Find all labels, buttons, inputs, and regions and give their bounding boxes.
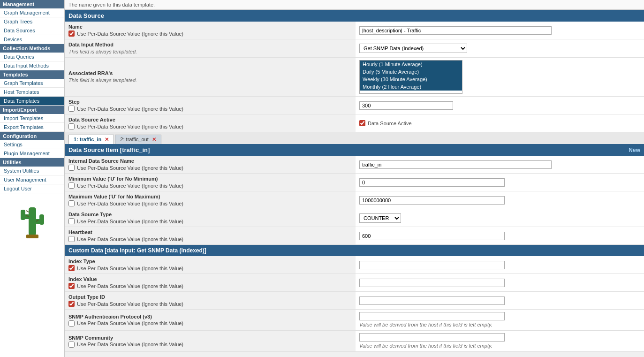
sidebar-item-user-management[interactable]: User Management	[0, 175, 64, 184]
heartbeat-row: Heartbeat Use Per-Data Source Value (Ign…	[65, 227, 644, 245]
name-value-cell	[356, 22, 644, 39]
internal-name-per-source-checkbox[interactable]	[68, 165, 75, 171]
snmp-community-label-cell: SNMP Community Use Per-Data Source Value…	[65, 331, 356, 352]
sidebar-section-collection: Collection Methods	[0, 44, 64, 53]
internal-name-checkbox-row: Use Per-Data Source Value (Ignore this V…	[68, 165, 352, 171]
name-input[interactable]	[359, 26, 552, 35]
sidebar-section-configuration: Configuration	[0, 132, 64, 140]
name-per-source-checkbox[interactable]	[68, 30, 75, 37]
output-type-label-cell: Output Type ID Use Per-Data Source Value…	[65, 292, 356, 310]
data-source-form: Name Use Per-Data Source Value (Ignore t…	[65, 22, 644, 132]
data-source-type-label-cell: Data Source Type Use Per-Data Source Val…	[65, 209, 356, 227]
snmp-community-per-source-checkbox[interactable]	[68, 342, 75, 348]
min-value-input[interactable]	[359, 178, 505, 187]
step-input[interactable]	[359, 101, 453, 110]
index-value-checkbox-row: Use Per-Data Source Value (Ignore this V…	[68, 283, 352, 289]
data-input-method-select[interactable]: Get SNMP Data (Indexed)	[359, 44, 467, 53]
sidebar-item-devices[interactable]: Devices	[0, 35, 64, 44]
snmp-community-input[interactable]	[359, 333, 505, 342]
index-value-label-cell: Index Value Use Per-Data Source Value (I…	[65, 274, 356, 292]
sidebar-item-host-templates[interactable]: Host Templates	[0, 88, 64, 97]
data-source-type-checkbox-row: Use Per-Data Source Value (Ignore this V…	[68, 218, 352, 224]
index-value-value-cell	[356, 274, 644, 292]
data-source-type-select[interactable]: COUNTER GAUGE DERIVE ABSOLUTE	[359, 213, 401, 223]
rra-option-daily[interactable]: Daily (5 Minute Average)	[360, 68, 462, 76]
sidebar-item-graph-management[interactable]: Graph Management	[0, 8, 64, 17]
sidebar-section-templates: Templates	[0, 70, 64, 79]
heartbeat-label-cell: Heartbeat Use Per-Data Source Value (Ign…	[65, 227, 356, 245]
tab-traffic-in-close[interactable]: ✕	[105, 137, 109, 142]
snmp-auth-input[interactable]	[359, 312, 505, 320]
sidebar-item-graph-trees[interactable]: Graph Trees	[0, 17, 64, 26]
sidebar-item-logout-user[interactable]: Logout User	[0, 184, 64, 193]
snmp-community-checkbox-row: Use Per-Data Source Value (Ignore this V…	[68, 342, 352, 348]
cactus-logo	[0, 193, 64, 246]
output-type-input[interactable]	[359, 296, 505, 305]
sidebar-item-export-templates[interactable]: Export Templates	[0, 123, 64, 132]
index-type-per-source-checkbox[interactable]	[68, 265, 75, 271]
data-source-section-header: Data Source	[65, 10, 644, 22]
data-input-method-row: Data Input Method This field is always t…	[65, 39, 644, 58]
rra-listbox[interactable]: Hourly (1 Minute Average) Daily (5 Minut…	[359, 60, 462, 94]
data-source-item-form: Internal Data Source Name Use Per-Data S…	[65, 156, 644, 245]
heartbeat-per-source-checkbox[interactable]	[68, 236, 75, 242]
data-source-type-row: Data Source Type Use Per-Data Source Val…	[65, 209, 644, 227]
data-source-active-row: Data Source Active Use Per-Data Source V…	[65, 114, 644, 132]
rra-option-weekly[interactable]: Weekly (30 Minute Average)	[360, 76, 462, 83]
sidebar-item-import-templates[interactable]: Import Templates	[0, 114, 64, 123]
sidebar-section-utilities: Utilities	[0, 158, 64, 167]
sidebar-item-data-queries[interactable]: Data Queries	[0, 53, 64, 61]
active-label-cell: Data Source Active Use Per-Data Source V…	[65, 114, 356, 132]
sidebar-section-management: Management	[0, 0, 64, 8]
custom-data-form: Index Type Use Per-Data Source Value (Ig…	[65, 256, 644, 352]
active-value-checkbox[interactable]	[359, 120, 365, 126]
internal-name-label-cell: Internal Data Source Name Use Per-Data S…	[65, 156, 356, 174]
index-value-input[interactable]	[359, 279, 505, 287]
active-checkbox-row: Use Per-Data Source Value (Ignore this V…	[68, 123, 352, 129]
max-value-per-source-checkbox[interactable]	[68, 200, 75, 206]
sidebar-item-settings[interactable]: Settings	[0, 140, 64, 149]
associated-rra-row: Associated RRA's This field is always te…	[65, 58, 644, 97]
name-row: Name Use Per-Data Source Value (Ignore t…	[65, 22, 644, 39]
max-value-row: Maximum Value ('U' for No Maximum) Use P…	[65, 191, 644, 209]
index-type-checkbox-row: Use Per-Data Source Value (Ignore this V…	[68, 265, 352, 271]
sidebar-item-system-utilities[interactable]: System Utilities	[0, 167, 64, 175]
internal-name-input[interactable]	[359, 160, 552, 169]
index-type-input[interactable]	[359, 261, 505, 269]
rra-option-hourly[interactable]: Hourly (1 Minute Average)	[360, 61, 462, 68]
sidebar-item-data-sources[interactable]: Data Sources	[0, 26, 64, 35]
heartbeat-checkbox-row: Use Per-Data Source Value (Ignore this V…	[68, 236, 352, 242]
max-value-checkbox-row: Use Per-Data Source Value (Ignore this V…	[68, 200, 352, 206]
min-value-checkbox-row: Use Per-Data Source Value (Ignore this V…	[68, 182, 352, 189]
sidebar-item-data-templates[interactable]: Data Templates	[0, 97, 64, 106]
max-value-input[interactable]	[359, 196, 505, 205]
sidebar-item-plugin-management[interactable]: Plugin Management	[0, 149, 64, 158]
top-strip: The name given to this data template.	[65, 0, 644, 10]
sidebar-item-graph-templates[interactable]: Graph Templates	[0, 79, 64, 88]
output-type-per-source-checkbox[interactable]	[68, 301, 75, 307]
tab-traffic-out[interactable]: 2: traffic_out ✕	[115, 135, 161, 144]
data-source-type-per-source-checkbox[interactable]	[68, 218, 75, 224]
min-value-value-cell	[356, 174, 644, 191]
index-value-per-source-checkbox[interactable]	[68, 283, 75, 289]
rra-option-monthly[interactable]: Monthly (2 Hour Average)	[360, 83, 462, 91]
heartbeat-input[interactable]	[359, 232, 505, 240]
heartbeat-value-cell	[356, 227, 644, 245]
step-row: Step Use Per-Data Source Value (Ignore t…	[65, 97, 644, 114]
index-value-row: Index Value Use Per-Data Source Value (I…	[65, 274, 644, 292]
step-per-source-checkbox[interactable]	[68, 106, 75, 112]
snmp-auth-label-cell: SNMP Authenticaion Protocol (v3) Use Per…	[65, 310, 356, 331]
tab-traffic-in[interactable]: 1: traffic_in ✕	[68, 135, 114, 144]
name-checkbox-row: Use Per-Data Source Value (Ignore this V…	[68, 30, 352, 37]
active-per-source-checkbox[interactable]	[68, 123, 75, 129]
snmp-auth-per-source-checkbox[interactable]	[68, 320, 75, 327]
sidebar-item-data-input-methods[interactable]: Data Input Methods	[0, 61, 64, 70]
svg-rect-4	[39, 214, 44, 225]
index-type-label-cell: Index Type Use Per-Data Source Value (Ig…	[65, 256, 356, 274]
svg-rect-8	[26, 235, 38, 238]
step-value-cell	[356, 97, 644, 114]
data-source-item-header: Data Source Item [traffic_in] New	[65, 144, 644, 156]
new-link[interactable]: New	[629, 147, 640, 153]
tab-traffic-out-close[interactable]: ✕	[152, 137, 156, 142]
min-value-per-source-checkbox[interactable]	[68, 182, 75, 189]
